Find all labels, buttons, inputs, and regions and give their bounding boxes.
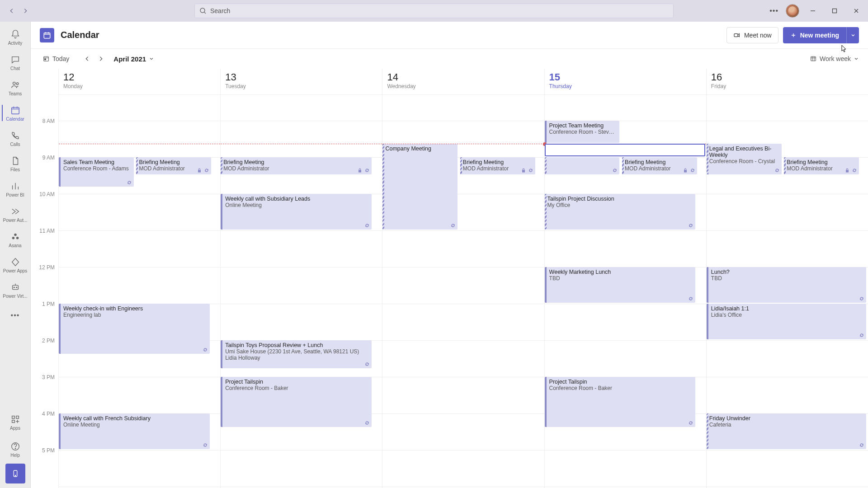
calendar-event[interactable]: Sales Team MeetingConference Room - Adam…: [59, 157, 134, 187]
event-icons: [688, 223, 693, 228]
next-week-button[interactable]: [94, 52, 107, 65]
sidebar-item-calendar[interactable]: Calendar: [2, 100, 29, 126]
sidebar-item-files[interactable]: Files: [2, 151, 29, 176]
maximize-button[interactable]: [826, 5, 843, 17]
calendar-event[interactable]: Lidia/Isaiah 1:1Lidia's Office: [707, 304, 866, 339]
chevron-down-icon: [149, 56, 154, 61]
more-button[interactable]: •••: [768, 5, 780, 17]
day-column[interactable]: 15ThursdayProject Team MeetingConference…: [545, 69, 707, 488]
day-number: 16: [711, 72, 863, 82]
today-icon: [42, 55, 50, 62]
event-icons: [683, 168, 695, 173]
day-column[interactable]: 14WednesdayCompany MeetingBriefing Meeti…: [382, 69, 544, 488]
event-title: Legal and Executives Bi-Weekly: [709, 145, 779, 158]
sidebar-item-powerautomate[interactable]: Power Aut...: [2, 202, 29, 227]
svg-point-7: [16, 237, 19, 239]
sidebar-item-activity[interactable]: Activity: [2, 24, 29, 50]
event-icons: [197, 168, 209, 173]
calendar-event[interactable]: Company Meeting: [382, 144, 458, 230]
time-label: 2 PM: [42, 338, 55, 344]
calendar-event[interactable]: Project TailspinConference Room - Baker: [221, 377, 372, 427]
svg-point-5: [14, 233, 17, 236]
view-selector[interactable]: Work week: [810, 55, 859, 62]
calendar-event[interactable]: [545, 144, 705, 156]
calendar-event[interactable]: [545, 157, 620, 175]
calendar-event[interactable]: Weekly Marketing LunchTBD: [545, 267, 696, 303]
search-input[interactable]: Search: [194, 4, 674, 18]
calendar-event[interactable]: Project Team MeetingConference Room - St…: [545, 121, 620, 143]
sidebar-item-powerbi[interactable]: Power BI: [2, 176, 29, 202]
day-number: 14: [387, 72, 539, 82]
event-icons: [203, 442, 208, 448]
calendar-event[interactable]: Briefing MeetingMOD Administrator: [622, 157, 697, 175]
event-icons: [859, 333, 864, 338]
calendar-event[interactable]: Lunch?TBD: [707, 267, 866, 303]
back-button[interactable]: [6, 5, 17, 16]
svg-rect-19: [734, 33, 738, 37]
event-title: Briefing Meeting: [625, 159, 694, 165]
sidebar-item-chat[interactable]: Chat: [2, 50, 29, 75]
calendar-event[interactable]: Friday UnwinderCafeteria: [707, 413, 866, 449]
new-meeting-dropdown[interactable]: [846, 27, 859, 43]
sidebar-item-apps[interactable]: Apps: [2, 409, 29, 435]
new-meeting-button[interactable]: New meeting: [783, 27, 846, 43]
day-header[interactable]: 14Wednesday: [382, 69, 544, 95]
avatar[interactable]: [786, 4, 799, 18]
event-organizer: Lidia Holloway: [225, 355, 369, 361]
event-location: Engineering lab: [63, 312, 207, 318]
forward-button[interactable]: [20, 5, 31, 16]
event-location: My Office: [547, 202, 693, 208]
sidebar-item-asana[interactable]: Asana: [2, 227, 29, 252]
mobile-app-button[interactable]: [5, 464, 25, 483]
calendar-event[interactable]: Briefing MeetingMOD Administrator: [460, 157, 535, 175]
calendar-event[interactable]: Weekly call with Subsidiary LeadsOnline …: [221, 194, 372, 230]
svg-point-10: [16, 287, 17, 288]
event-icons: [859, 442, 864, 448]
day-header[interactable]: 16Friday: [707, 69, 868, 95]
day-column[interactable]: 12MondaySales Team MeetingConference Roo…: [59, 69, 221, 488]
sidebar-item-more[interactable]: •••: [2, 303, 29, 328]
event-organizer: MOD Administrator: [223, 165, 369, 172]
day-name: Thursday: [549, 83, 702, 89]
calendar-event[interactable]: Legal and Executives Bi-WeeklyConference…: [707, 144, 782, 174]
calendar-event[interactable]: Briefing MeetingMOD Administrator: [221, 157, 372, 175]
calendar-event[interactable]: Briefing MeetingMOD Administrator: [136, 157, 211, 175]
calendar-event[interactable]: Briefing MeetingMOD Administrator: [784, 157, 859, 175]
day-header[interactable]: 13Tuesday: [221, 69, 382, 95]
calendar-event[interactable]: Project TailspinConference Room - Baker: [545, 377, 696, 427]
sidebar-item-help[interactable]: Help: [2, 436, 29, 462]
event-title: Company Meeting: [385, 145, 455, 152]
day-header[interactable]: 12Monday: [59, 69, 220, 95]
calendar-event[interactable]: Tailspin Project DiscussionMy Office: [545, 194, 696, 230]
close-button[interactable]: [848, 5, 864, 17]
month-picker[interactable]: April 2021: [113, 55, 154, 63]
meet-now-button[interactable]: Meet now: [726, 27, 778, 43]
sidebar-item-calls[interactable]: Calls: [2, 126, 29, 151]
time-label: 9 AM: [42, 155, 55, 161]
prev-week-button[interactable]: [81, 52, 94, 65]
calendar-app-icon: [40, 28, 54, 42]
event-icons: [688, 296, 693, 301]
event-location: TBD: [549, 275, 693, 282]
svg-point-9: [14, 287, 14, 288]
svg-point-17: [15, 475, 16, 476]
day-column[interactable]: 16FridayLegal and Executives Bi-WeeklyCo…: [707, 69, 868, 488]
calendar-event[interactable]: Tailspin Toys Proposal Review + LunchUmi…: [221, 340, 372, 369]
minimize-button[interactable]: [805, 5, 821, 17]
calendar-event[interactable]: Weekly check-in with EngineersEngineerin…: [59, 304, 210, 354]
video-icon: [733, 32, 741, 39]
day-header[interactable]: 15Thursday: [545, 69, 706, 95]
calendar-event[interactable]: Weekly call with French SubsidiaryOnline…: [59, 413, 210, 449]
ellipsis-icon: •••: [10, 310, 21, 321]
sidebar-item-powervirt[interactable]: Power Virt...: [2, 277, 29, 303]
diamond-icon: [10, 257, 21, 267]
svg-point-3: [16, 82, 19, 84]
sidebar-item-powerapps[interactable]: Power Apps: [2, 252, 29, 277]
svg-point-6: [12, 237, 14, 239]
sidebar-item-teams[interactable]: Teams: [2, 75, 29, 100]
search-icon: [199, 7, 207, 14]
time-label: 5 PM: [42, 447, 55, 454]
day-column[interactable]: 13TuesdayBriefing MeetingMOD Administrat…: [221, 69, 382, 488]
today-button[interactable]: Today: [40, 53, 72, 64]
now-indicator: [59, 144, 220, 144]
